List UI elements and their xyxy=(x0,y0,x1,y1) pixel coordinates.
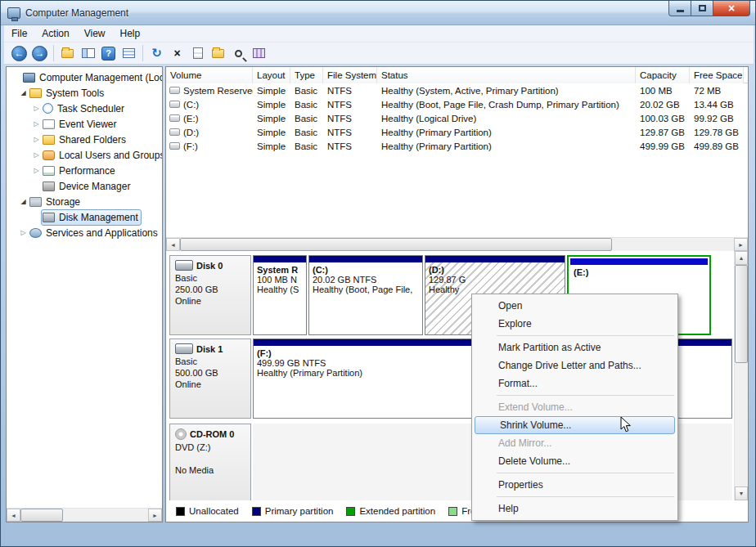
primary-partition-swatch-icon xyxy=(252,507,261,516)
disk-0-header[interactable]: Disk 0 Basic 250.00 GB Online xyxy=(169,255,251,335)
tree-item-label: Storage xyxy=(46,196,80,208)
cell-free-space: 99.92 GB xyxy=(690,114,744,123)
minimize-button[interactable] xyxy=(668,1,691,16)
menu-view[interactable]: View xyxy=(77,25,113,43)
volume-list-horizontal-scrollbar[interactable] xyxy=(166,237,748,251)
column-header-type[interactable]: Type xyxy=(290,67,323,83)
tree-item-task-scheduler[interactable]: Task Scheduler xyxy=(7,101,162,116)
scrollbar-thumb[interactable] xyxy=(180,238,612,251)
scroll-down-icon[interactable] xyxy=(735,486,748,500)
scrollbar-track[interactable] xyxy=(63,509,148,522)
scrollbar-track[interactable] xyxy=(735,363,748,486)
legend-unallocated: Unallocated xyxy=(176,506,239,516)
partition-c[interactable]: (C:) 20.02 GB NTFS Healthy (Boot, Page F… xyxy=(308,255,423,335)
column-header-volume[interactable]: Volume xyxy=(166,67,253,83)
volume-row-system-reserved[interactable]: System Reserved Simple Basic NTFS Health… xyxy=(166,83,748,97)
menu-item-help[interactable]: Help xyxy=(474,500,676,518)
scroll-right-icon[interactable] xyxy=(148,509,162,522)
expander-collapsed-icon[interactable] xyxy=(31,151,42,159)
expander-collapsed-icon[interactable] xyxy=(31,167,42,174)
menu-item-change-drive-letter[interactable]: Change Drive Letter and Paths... xyxy=(474,356,676,374)
export-list-button[interactable] xyxy=(119,44,138,62)
refresh-button[interactable]: ↻ xyxy=(147,44,166,62)
menu-item-shrink-volume[interactable]: Shrink Volume... xyxy=(475,416,675,434)
volume-icon xyxy=(169,114,180,122)
expander-collapsed-icon[interactable] xyxy=(31,136,42,143)
menu-help[interactable]: Help xyxy=(113,25,148,43)
cell-type: Basic xyxy=(290,128,323,137)
column-header-free-space[interactable]: Free Space xyxy=(690,67,744,83)
column-header-layout[interactable]: Layout xyxy=(253,67,290,83)
tree-item-device-manager[interactable]: Device Manager xyxy=(7,178,162,194)
cell-free-space: 499.89 GB xyxy=(690,141,744,151)
menu-item-format[interactable]: Format... xyxy=(474,374,676,392)
scroll-up-icon[interactable] xyxy=(735,251,748,265)
scroll-left-icon[interactable] xyxy=(166,238,180,251)
column-header-status[interactable]: Status xyxy=(377,67,636,83)
tree-item-local-users-and-groups[interactable]: Local Users and Groups xyxy=(7,147,162,163)
tree-item-computer-management[interactable]: Computer Management (Local xyxy=(7,69,162,85)
scrollbar-thumb[interactable] xyxy=(20,509,63,522)
properties-button[interactable] xyxy=(188,44,207,62)
column-header-capacity[interactable]: Capacity xyxy=(636,67,690,83)
primary-partition-strip xyxy=(425,256,565,262)
title-bar[interactable]: Computer Management xyxy=(1,1,755,25)
show-console-tree-button[interactable] xyxy=(79,44,97,62)
open-button[interactable] xyxy=(209,44,227,62)
cell-capacity: 100.03 GB xyxy=(636,114,690,123)
up-level-button[interactable] xyxy=(58,44,77,62)
tree-item-storage[interactable]: Storage xyxy=(7,194,162,209)
graphical-view-vertical-scrollbar[interactable] xyxy=(734,251,748,500)
settings-button[interactable] xyxy=(250,44,268,62)
menu-item-properties[interactable]: Properties xyxy=(474,476,676,494)
tree-item-disk-management[interactable]: Disk Management xyxy=(7,209,162,225)
close-button[interactable] xyxy=(713,1,750,16)
legend-extended-partition: Extended partition xyxy=(346,506,435,516)
menu-action[interactable]: Action xyxy=(34,25,76,43)
menu-item-delete-volume[interactable]: Delete Volume... xyxy=(474,452,676,470)
menu-item-mark-partition-active[interactable]: Mark Partition as Active xyxy=(474,339,676,356)
partition-system-reserved[interactable]: System R 100 MB N Healthy (S xyxy=(253,255,307,335)
system-tools-icon xyxy=(29,88,42,98)
maximize-button[interactable] xyxy=(691,1,713,16)
tree-horizontal-scrollbar[interactable] xyxy=(7,508,162,522)
scrollbar-thumb[interactable] xyxy=(735,265,748,363)
scroll-right-icon[interactable] xyxy=(734,238,748,251)
delete-button[interactable]: × xyxy=(168,44,187,62)
scrollbar-track[interactable] xyxy=(612,238,734,251)
volume-name: (D:) xyxy=(183,128,199,137)
expander-expanded-icon[interactable] xyxy=(18,89,29,96)
expander-collapsed-icon[interactable] xyxy=(31,105,42,112)
volume-row-d[interactable]: (D:) Simple Basic NTFS Healthy (Primary … xyxy=(166,125,748,139)
tree-item-services-and-applications[interactable]: Services and Applications xyxy=(7,225,162,240)
menu-file[interactable]: File xyxy=(4,25,34,43)
volume-row-e[interactable]: (E:) Simple Basic NTFS Healthy (Logical … xyxy=(166,111,748,125)
column-header-file-system[interactable]: File System xyxy=(323,67,377,83)
disk-icon xyxy=(175,343,193,354)
properties-icon xyxy=(193,47,203,59)
expander-collapsed-icon[interactable] xyxy=(18,229,29,236)
cell-layout: Simple xyxy=(253,114,290,123)
forward-button[interactable]: → xyxy=(30,44,49,62)
menu-item-open[interactable]: Open xyxy=(474,297,676,315)
cell-file-system: NTFS xyxy=(323,100,377,110)
partition-status: Healthy (Boot, Page File, xyxy=(313,285,419,294)
tree-item-event-viewer[interactable]: Event Viewer xyxy=(7,116,162,132)
cell-free-space: 129.78 GB xyxy=(690,128,744,137)
expander-collapsed-icon[interactable] xyxy=(31,120,42,128)
scroll-left-icon[interactable] xyxy=(7,509,20,522)
tree-item-system-tools[interactable]: System Tools xyxy=(7,85,162,101)
volume-row-f[interactable]: (F:) Simple Basic NTFS Healthy (Primary … xyxy=(166,139,748,153)
cell-status: Healthy (System, Active, Primary Partiti… xyxy=(377,86,636,96)
find-button[interactable] xyxy=(229,44,248,62)
volume-icon xyxy=(169,101,180,108)
menu-item-explore[interactable]: Explore xyxy=(474,315,676,333)
expander-expanded-icon[interactable] xyxy=(18,198,29,205)
help-button[interactable]: ? xyxy=(99,44,118,62)
cdrom-0-header[interactable]: CD-ROM 0 DVD (Z:) No Media xyxy=(169,424,251,504)
back-button[interactable]: ← xyxy=(10,44,29,62)
tree-item-performance[interactable]: Performance xyxy=(7,163,162,178)
disk-1-header[interactable]: Disk 1 Basic 500.00 GB Online xyxy=(169,339,251,419)
volume-row-c[interactable]: (C:) Simple Basic NTFS Healthy (Boot, Pa… xyxy=(166,97,748,111)
tree-item-shared-folders[interactable]: Shared Folders xyxy=(7,132,162,147)
